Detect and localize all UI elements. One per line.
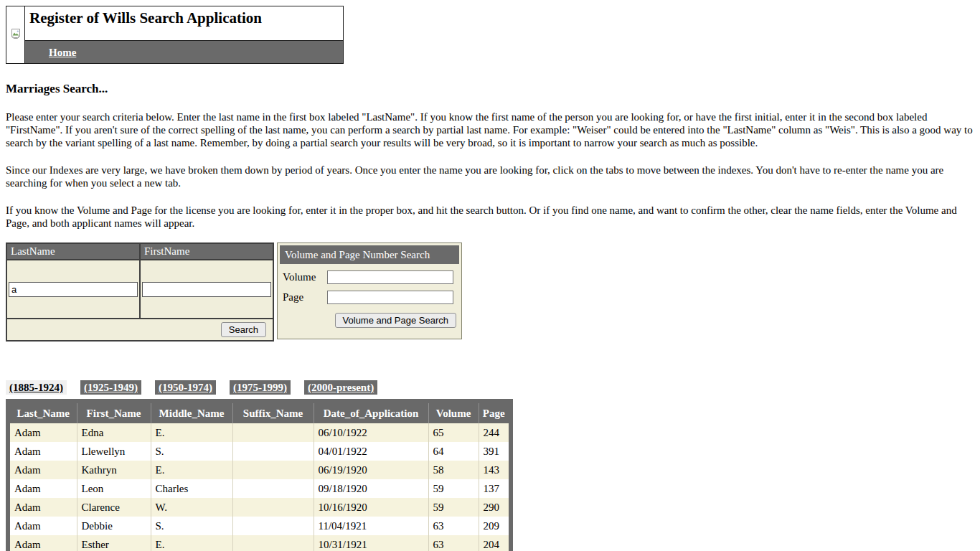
broken-image-icon [10,28,22,42]
table-cell: Edna [77,423,151,442]
volume-page-search-panel: Volume and Page Number Search Volume Pag… [277,242,462,339]
table-cell: 58 [428,461,479,479]
page-root: Register of Wills Search Application Hom… [6,6,974,551]
table-cell: 59 [428,479,479,498]
table-cell: E. [151,461,232,479]
table-cell [232,535,314,551]
table-cell: Leon [77,479,151,498]
table-cell: Charles [151,479,232,498]
table-row: AdamLeonCharles09/18/192059137 [8,479,511,498]
table-cell [232,423,314,442]
table-row: AdamKathrynE.06/19/192058143 [8,461,511,479]
lastname-column-header: LastName [6,243,140,260]
table-cell: Adam [8,479,77,498]
table-cell: 290 [479,498,511,517]
column-header-middle_name: Middle_Name [151,401,232,423]
lastname-cell [6,260,140,319]
column-header-suffix_name: Suffix_Name [232,401,314,423]
table-cell: Adam [8,423,77,442]
table-cell [232,479,314,498]
firstname-input[interactable] [142,282,271,297]
table-cell: Debbie [77,517,151,535]
table-cell: 204 [479,535,511,551]
name-search-form: LastName FirstName Search [6,242,274,342]
column-header-last_name: Last_Name [8,401,77,423]
table-cell: 11/04/1921 [314,517,428,535]
table-cell: Adam [8,535,77,551]
table-cell: E. [151,423,232,442]
nav-bar: Home [25,41,344,64]
column-header-volume: Volume [428,401,479,423]
home-link[interactable]: Home [49,47,76,58]
column-header-page: Page [479,401,511,423]
table-cell: 209 [479,517,511,535]
app-title: Register of Wills Search Application [29,9,262,27]
table-row: AdamDebbieS.11/04/192163209 [8,517,511,535]
search-button[interactable]: Search [221,322,266,337]
table-cell: 64 [428,442,479,461]
table-cell: Adam [8,442,77,461]
firstname-column-header: FirstName [140,243,273,260]
volume-label: Volume [280,271,327,283]
table-cell [232,442,314,461]
firstname-cell [140,260,273,319]
table-cell: E. [151,535,232,551]
search-button-row: Search [6,319,273,341]
table-cell: 10/31/1921 [314,535,428,551]
table-cell [232,461,314,479]
table-cell: Adam [8,498,77,517]
logo-cell [6,6,25,64]
tab-1925-1949[interactable]: (1925-1949) [80,380,141,395]
tab-1975-1999[interactable]: (1975-1999) [230,380,291,395]
table-cell: Esther [77,535,151,551]
results-body: AdamEdnaE.06/10/192265244AdamLlewellynS.… [8,423,511,551]
table-cell: 04/01/1922 [314,442,428,461]
table-cell: S. [151,517,232,535]
table-cell: Kathryn [77,461,151,479]
column-header-date_of_application: Date_of_Application [314,401,428,423]
instructions-paragraph-3: If you know the Volume and Page for the … [6,204,974,230]
volume-page-search-title: Volume and Page Number Search [280,245,459,264]
volume-input[interactable] [327,270,453,284]
tab-2000-present[interactable]: (2000-present) [304,380,377,395]
table-cell: Adam [8,461,77,479]
table-cell: 10/16/1920 [314,498,428,517]
table-cell: 391 [479,442,511,461]
page-title: Marriages Search... [6,82,974,96]
tab-1885-1924[interactable]: (1885-1924) [6,380,67,395]
app-title-cell: Register of Wills Search Application [25,6,344,41]
results-table: Last_NameFirst_NameMiddle_NameSuffix_Nam… [6,399,513,551]
table-cell: 59 [428,498,479,517]
period-tabs: (1885-1924)(1925-1949)(1950-1974)(1975-1… [6,381,974,394]
table-cell [232,498,314,517]
table-cell: Adam [8,517,77,535]
column-header-first_name: First_Name [77,401,151,423]
table-cell: S. [151,442,232,461]
table-cell: 244 [479,423,511,442]
table-cell: 06/19/1920 [314,461,428,479]
table-cell: 09/18/1920 [314,479,428,498]
app-header: Register of Wills Search Application Hom… [6,6,344,64]
page-label: Page [280,291,327,303]
table-cell: 63 [428,517,479,535]
results-header-row: Last_NameFirst_NameMiddle_NameSuffix_Nam… [8,401,511,423]
table-row: AdamEstherE.10/31/192163204 [8,535,511,551]
instructions-paragraph-1: Please enter your search criteria below.… [6,110,974,149]
table-cell: Llewellyn [77,442,151,461]
search-forms: LastName FirstName Search [6,242,974,342]
table-cell [232,517,314,535]
table-row: AdamClarenceW.10/16/192059290 [8,498,511,517]
table-cell: 06/10/1922 [314,423,428,442]
table-row: AdamEdnaE.06/10/192265244 [8,423,511,442]
volume-page-search-button[interactable]: Volume and Page Search [335,313,456,328]
table-cell: Clarence [77,498,151,517]
table-cell: 63 [428,535,479,551]
table-cell: 65 [428,423,479,442]
lastname-input[interactable] [9,282,138,297]
table-row: AdamLlewellynS.04/01/192264391 [8,442,511,461]
page-input[interactable] [327,291,453,304]
table-cell: 143 [479,461,511,479]
tab-1950-1974[interactable]: (1950-1974) [155,380,216,395]
table-cell: 137 [479,479,511,498]
table-cell: W. [151,498,232,517]
